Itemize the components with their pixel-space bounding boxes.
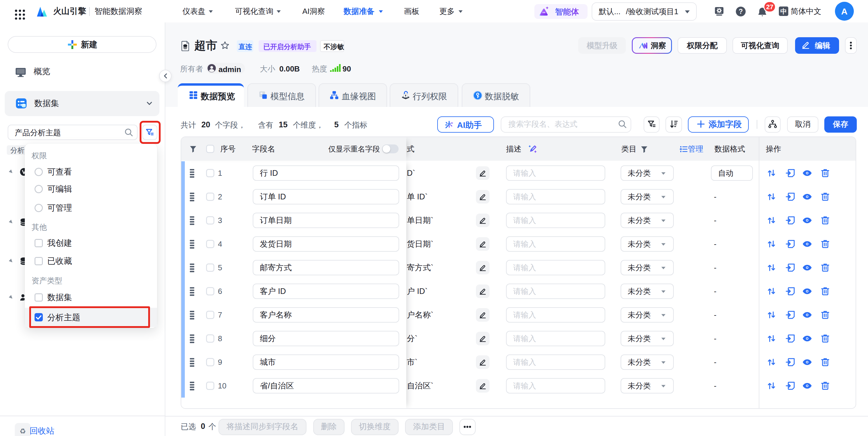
svg-text:?: ? xyxy=(739,8,743,16)
svg-text:♻: ♻ xyxy=(20,427,26,435)
svg-text:中: 中 xyxy=(780,8,787,15)
